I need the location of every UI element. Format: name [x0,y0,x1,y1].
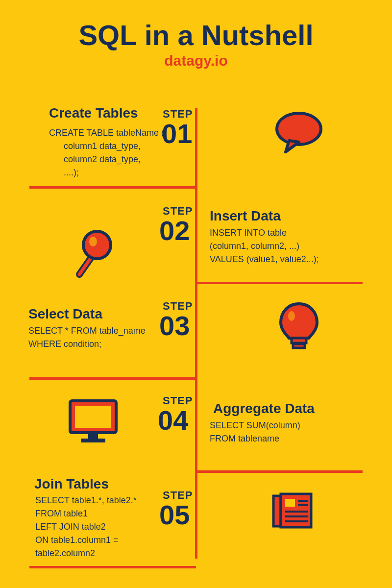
monitor-icon [66,397,120,446]
connector-3 [29,377,196,380]
step-4-code: SELECT SUM(column) FROM tablename [210,419,300,445]
step-4-title: Aggregate Data [213,401,315,416]
step-1-title: Create Tables [49,105,138,121]
svg-rect-14 [285,499,295,507]
timeline-vertical [195,108,197,559]
connector-2 [196,282,363,284]
connector-5 [29,566,196,568]
svg-point-4 [89,237,97,246]
step-2-number: 02 [159,215,190,246]
speech-bubble-icon [272,110,326,157]
step-3-number: 03 [159,310,190,342]
connector-1 [29,186,196,189]
svg-point-7 [288,311,295,321]
svg-rect-6 [293,344,305,348]
step-1-code: CREATE TABLE tableName ( column1 data_ty… [49,126,164,179]
step-3-title: Select Data [28,306,102,322]
svg-rect-10 [88,433,98,439]
step-1-number: 01 [162,118,192,149]
svg-rect-9 [75,406,111,428]
page-title: SQL in a Nutshell [0,0,392,51]
step-5-code: SELECT table1.*, table2.* FROM table1 LE… [35,494,137,560]
magnifier-icon [69,228,118,282]
page-subtitle: datagy.io [0,52,392,69]
connector-4 [196,470,363,473]
step-5-number: 05 [159,499,190,531]
newspaper-icon [270,490,316,532]
step-2-code: INSERT INTO table (column1, column2, ...… [210,226,319,266]
svg-point-3 [83,231,111,259]
step-5-title: Join Tables [34,476,109,492]
svg-point-0 [277,113,321,145]
step-2-title: Insert Data [210,208,281,224]
lightbulb-icon [277,299,321,355]
step-4-number: 04 [158,404,188,436]
svg-rect-11 [81,439,105,442]
step-3-code: SELECT * FROM table_name WHERE condition… [28,324,146,351]
svg-rect-5 [292,338,306,343]
